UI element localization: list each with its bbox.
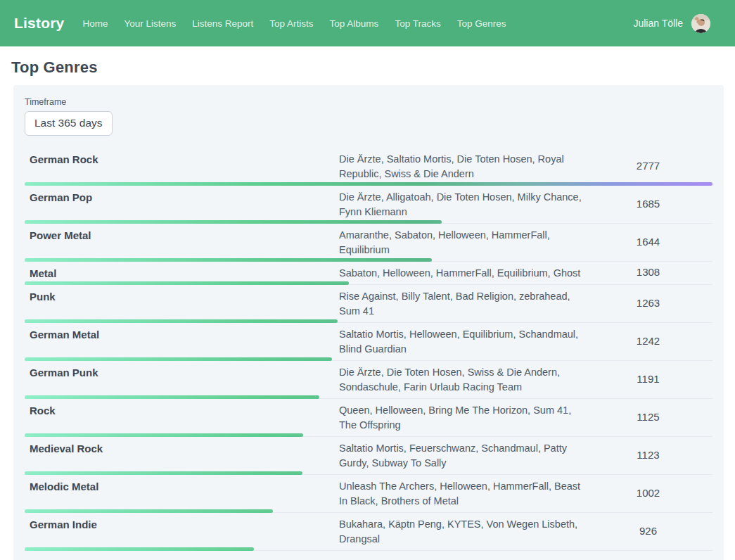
- nav-item-home[interactable]: Home: [82, 18, 108, 29]
- genre-top-artists: Unleash The Archers, Helloween, HammerFa…: [339, 479, 584, 509]
- nav-item-top-artists[interactable]: Top Artists: [269, 18, 313, 29]
- genre-name: Melodic Metal: [25, 479, 339, 509]
- genre-row: German Metal Saltatio Mortis, Helloween,…: [25, 323, 712, 361]
- timeframe-label: Timeframe: [25, 97, 712, 107]
- page-content: Top Genres Timeframe Last 365 days Germa…: [0, 58, 735, 560]
- genre-listen-count: 1308: [584, 266, 712, 281]
- timeframe-filter: Timeframe Last 365 days: [25, 97, 712, 136]
- nav-item-listens-report[interactable]: Listens Report: [192, 18, 253, 29]
- genre-row: German Indie Bukahara, Käptn Peng, KYTES…: [25, 513, 712, 551]
- genre-table: German Rock Die Ärzte, Saltatio Mortis, …: [25, 148, 712, 551]
- genre-bar: [25, 547, 254, 551]
- genre-row: Punk Rise Against, Billy Talent, Bad Rel…: [25, 285, 712, 323]
- genre-listen-count: 1191: [584, 365, 712, 395]
- genre-listen-count: 1125: [584, 403, 712, 433]
- genre-listen-count: 1685: [584, 190, 712, 219]
- genre-top-artists: Queen, Helloween, Bring Me The Horizon, …: [339, 403, 584, 433]
- genre-name: Medieval Rock: [25, 441, 339, 471]
- genre-row: German Punk Die Ärzte, Die Toten Hosen, …: [25, 361, 712, 399]
- genre-name: German Pop: [25, 190, 339, 219]
- genre-top-artists: Saltatio Mortis, Helloween, Equilibrium,…: [339, 327, 584, 357]
- genre-top-artists: Saltatio Mortis, Feuerschwanz, Schandmau…: [339, 441, 584, 471]
- genre-row: Medieval Rock Saltatio Mortis, Feuerschw…: [25, 437, 712, 475]
- genre-listen-count: 1644: [584, 228, 712, 257]
- top-genres-card: Timeframe Last 365 days German Rock Die …: [13, 85, 724, 560]
- genre-listen-count: 926: [584, 517, 712, 547]
- timeframe-select[interactable]: Last 365 days: [25, 111, 113, 136]
- genre-listen-count: 1242: [584, 327, 712, 357]
- genre-row: Power Metal Amaranthe, Sabaton, Hellowee…: [25, 224, 712, 262]
- genre-top-artists: Rise Against, Billy Talent, Bad Religion…: [339, 289, 584, 319]
- main-nav: HomeYour ListensListens ReportTop Artist…: [82, 18, 633, 29]
- genre-name: German Punk: [25, 365, 339, 395]
- genre-name: German Indie: [25, 517, 339, 547]
- genre-name: Power Metal: [25, 228, 339, 257]
- nav-item-top-tracks[interactable]: Top Tracks: [395, 18, 440, 29]
- genre-name: German Rock: [25, 152, 339, 182]
- user-avatar[interactable]: [691, 14, 710, 33]
- genre-listen-count: 1263: [584, 289, 712, 319]
- genre-row: Melodic Metal Unleash The Archers, Hello…: [25, 475, 712, 513]
- genre-top-artists: Die Ärzte, Saltatio Mortis, Die Toten Ho…: [339, 152, 584, 182]
- nav-item-top-genres[interactable]: Top Genres: [457, 18, 506, 29]
- genre-name: Rock: [25, 403, 339, 433]
- genre-row: Metal Sabaton, Helloween, HammerFall, Eq…: [25, 262, 712, 285]
- genre-listen-count: 1123: [584, 441, 712, 471]
- genre-name: Punk: [25, 289, 339, 319]
- genre-row: German Rock Die Ärzte, Saltatio Mortis, …: [25, 148, 712, 186]
- genre-top-artists: Sabaton, Helloween, HammerFall, Equilibr…: [339, 266, 584, 281]
- top-navbar: Listory HomeYour ListensListens ReportTo…: [0, 0, 735, 46]
- genre-name: Metal: [25, 266, 339, 281]
- app-logo[interactable]: Listory: [14, 15, 64, 32]
- genre-row: German Pop Die Ärzte, Alligatoah, Die To…: [25, 186, 712, 224]
- user-name[interactable]: Julian Tölle: [633, 18, 683, 29]
- genre-listen-count: 1002: [584, 479, 712, 509]
- nav-item-your-listens[interactable]: Your Listens: [124, 18, 176, 29]
- genre-listen-count: 2777: [584, 152, 712, 182]
- genre-bar-gradient: [25, 547, 254, 551]
- page-title: Top Genres: [11, 58, 724, 77]
- genre-top-artists: Die Ärzte, Alligatoah, Die Toten Hosen, …: [339, 190, 584, 219]
- nav-item-top-albums[interactable]: Top Albums: [330, 18, 379, 29]
- genre-top-artists: Die Ärzte, Die Toten Hosen, Swiss & Die …: [339, 365, 584, 395]
- user-menu[interactable]: Julian Tölle: [633, 14, 710, 33]
- genre-name: German Metal: [25, 327, 339, 357]
- genre-top-artists: Amaranthe, Sabaton, Helloween, HammerFal…: [339, 228, 584, 257]
- user-avatar-photo: [691, 14, 710, 33]
- genre-row: Rock Queen, Helloween, Bring Me The Hori…: [25, 399, 712, 437]
- genre-top-artists: Bukahara, Käptn Peng, KYTES, Von Wegen L…: [339, 517, 584, 547]
